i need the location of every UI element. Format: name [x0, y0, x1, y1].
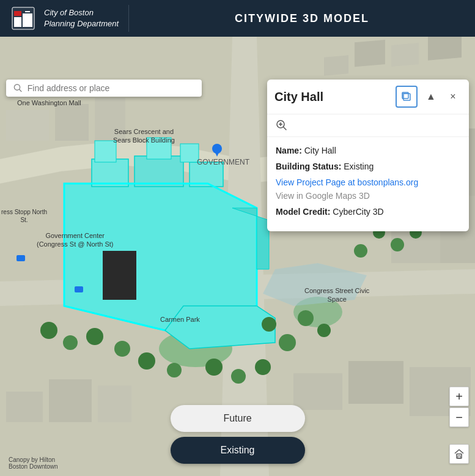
svg-rect-18 — [95, 98, 125, 141]
svg-rect-35 — [180, 144, 199, 162]
svg-point-42 — [86, 328, 103, 345]
bottom-buttons: Future Existing — [171, 405, 305, 464]
future-button[interactable]: Future — [171, 405, 305, 432]
svg-rect-33 — [95, 141, 116, 162]
svg-point-50 — [262, 317, 276, 332]
svg-point-43 — [114, 341, 130, 357]
credit-value: CyberCity 3D — [333, 207, 383, 217]
status-value: Existing — [344, 162, 374, 171]
app-header: City of Boston Planning Department CITYW… — [0, 0, 475, 37]
map-container[interactable]: One Washington Mall Sears Crescent andSe… — [0, 37, 475, 476]
svg-rect-14 — [391, 43, 419, 67]
search-bar — [6, 80, 202, 97]
svg-rect-22 — [293, 373, 342, 410]
svg-rect-63 — [75, 286, 83, 292]
name-label: Name: — [276, 146, 302, 155]
svg-point-40 — [40, 322, 57, 339]
search-input[interactable] — [28, 83, 194, 93]
logo-text: City of Boston Planning Department — [44, 7, 119, 29]
bostonplans-link[interactable]: View Project Page at bostonplans.org — [276, 177, 460, 187]
svg-point-49 — [279, 334, 296, 351]
svg-rect-31 — [134, 156, 183, 187]
svg-point-52 — [317, 324, 331, 337]
search-icon — [13, 83, 23, 93]
zoom-controls: + − — [449, 387, 469, 427]
svg-rect-34 — [147, 138, 171, 159]
home-icon — [454, 448, 465, 459]
svg-rect-19 — [6, 392, 43, 422]
svg-point-46 — [205, 359, 223, 376]
svg-rect-2 — [14, 11, 21, 16]
status-row: Building Status: Existing — [276, 162, 460, 171]
app-title: CITYWIDE 3D MODEL — [129, 12, 475, 25]
svg-point-44 — [138, 352, 155, 370]
svg-rect-36 — [103, 251, 136, 300]
info-panel: City Hall ▲ × Name: City Ha — [267, 80, 469, 231]
home-button[interactable] — [449, 444, 469, 464]
credit-label: Model Credit: — [276, 207, 330, 217]
svg-point-41 — [63, 335, 78, 350]
svg-rect-66 — [403, 94, 410, 100]
svg-point-45 — [167, 363, 182, 377]
svg-point-47 — [231, 369, 246, 384]
status-label: Building Status: — [276, 162, 341, 171]
svg-rect-23 — [348, 361, 403, 404]
copy-button[interactable] — [396, 86, 418, 108]
name-value: City Hall — [304, 146, 336, 155]
credit-row: Model Credit: CyberCity 3D — [276, 207, 460, 217]
svg-rect-3 — [23, 13, 32, 27]
existing-button[interactable]: Existing — [171, 437, 305, 464]
svg-marker-38 — [165, 306, 275, 349]
logo-block: City of Boston Planning Department — [0, 5, 129, 32]
svg-line-65 — [20, 89, 21, 91]
svg-rect-21 — [98, 385, 131, 422]
panel-zoom-row — [267, 114, 469, 137]
svg-rect-13 — [355, 40, 385, 67]
name-row: Name: City Hall — [276, 146, 460, 155]
svg-line-69 — [284, 127, 287, 130]
zoom-out-button[interactable]: − — [449, 407, 469, 427]
panel-close-button[interactable]: × — [444, 88, 462, 105]
svg-point-48 — [255, 359, 271, 375]
panel-collapse-button[interactable]: ▲ — [422, 88, 440, 105]
panel-body: Name: City Hall Building Status: Existin… — [267, 137, 469, 231]
svg-rect-17 — [55, 104, 89, 141]
svg-rect-20 — [49, 379, 92, 422]
copy-icon — [401, 91, 412, 102]
logo-icon — [10, 5, 37, 32]
svg-point-56 — [354, 244, 367, 258]
googlemaps-link[interactable]: View in Google Maps 3D — [276, 191, 460, 201]
svg-rect-15 — [428, 37, 462, 61]
svg-rect-16 — [6, 110, 49, 141]
svg-point-51 — [298, 310, 314, 326]
svg-point-54 — [391, 238, 404, 251]
zoom-in-icon — [276, 119, 288, 132]
svg-rect-62 — [17, 255, 25, 261]
svg-rect-1 — [14, 17, 21, 27]
panel-title: City Hall — [274, 90, 391, 104]
panel-header: City Hall ▲ × — [267, 80, 469, 114]
zoom-in-button[interactable]: + — [449, 387, 469, 406]
svg-rect-12 — [324, 55, 348, 75]
svg-rect-30 — [92, 159, 128, 187]
svg-rect-4 — [25, 11, 30, 12]
